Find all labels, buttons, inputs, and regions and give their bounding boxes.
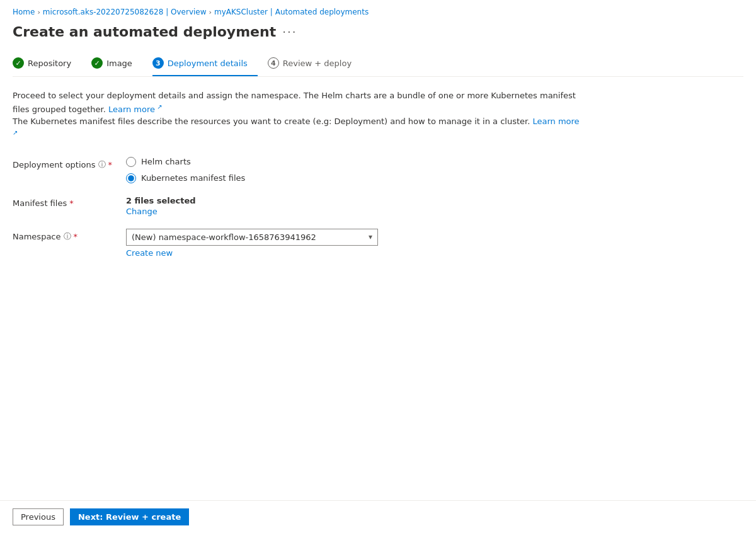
manifest-info: 2 files selected Change: [126, 196, 743, 216]
change-link[interactable]: Change: [126, 207, 743, 216]
learn-more-link-1[interactable]: Learn more ↗: [108, 105, 163, 114]
deployment-options-label: Deployment options ⓘ *: [13, 157, 113, 170]
namespace-control: (New) namespace-workflow-1658763941962 ▾…: [126, 229, 743, 258]
wizard-step-review[interactable]: 4 Review + deploy: [268, 52, 362, 76]
helm-charts-label: Helm charts: [141, 157, 191, 166]
deployment-options-control: Helm charts Kubernetes manifest files: [126, 157, 743, 183]
namespace-value: (New) namespace-workflow-1658763941962: [132, 232, 316, 242]
namespace-info-icon[interactable]: ⓘ: [64, 231, 71, 242]
form-section: Deployment options ⓘ * Helm charts Kuber…: [13, 157, 743, 258]
breadcrumb-sep-2: ›: [209, 8, 212, 16]
dropdown-arrow-icon: ▾: [369, 232, 372, 241]
manifest-files-row: Manifest files * 2 files selected Change: [13, 196, 743, 216]
breadcrumb-sep-1: ›: [37, 8, 40, 16]
footer: Previous Next: Review + create: [0, 500, 756, 533]
breadcrumb-home[interactable]: Home: [13, 8, 35, 16]
manifest-selected-text: 2 files selected: [126, 196, 743, 205]
step-1-checkmark: [15, 59, 21, 67]
step-4-number: 4: [271, 59, 276, 67]
manifest-files-control: 2 files selected Change: [126, 196, 743, 216]
page-title: Create an automated deployment: [13, 24, 276, 40]
breadcrumb-aks[interactable]: microsoft.aks-20220725082628 | Overview: [43, 8, 207, 16]
manifest-files-required: *: [69, 198, 74, 208]
more-options-icon[interactable]: ···: [282, 25, 297, 38]
radio-group-deployment: Helm charts Kubernetes manifest files: [126, 157, 743, 183]
step-1-circle: [13, 57, 24, 69]
wizard-step-deployment-details[interactable]: 3 Deployment details: [152, 52, 258, 76]
wizard-step-repository[interactable]: Repository: [13, 52, 81, 76]
breadcrumb: Home › microsoft.aks-20220725082628 | Ov…: [13, 8, 743, 16]
step-2-checkmark: [94, 59, 100, 67]
step-3-label: Deployment details: [168, 59, 248, 68]
step-1-label: Repository: [28, 59, 71, 68]
helm-charts-radio[interactable]: [126, 157, 136, 167]
radio-item-kubernetes[interactable]: Kubernetes manifest files: [126, 173, 743, 183]
ext-link-icon-2: ↗: [13, 129, 18, 136]
description-line2: The Kubernetes manifest files describe t…: [13, 117, 530, 126]
breadcrumb-cluster[interactable]: myAKSCluster | Automated deployments: [214, 8, 369, 16]
step-2-label: Image: [106, 59, 132, 68]
page-header: Create an automated deployment ···: [13, 24, 743, 40]
step-2-circle: [91, 57, 103, 69]
next-button[interactable]: Next: Review + create: [70, 508, 189, 525]
description-text: Proceed to select your deployment detail…: [13, 89, 580, 142]
deployment-options-info-icon[interactable]: ⓘ: [98, 159, 106, 170]
radio-item-helm[interactable]: Helm charts: [126, 157, 743, 167]
wizard-steps: Repository Image 3 Deployment details 4 …: [13, 52, 743, 77]
ext-link-icon-1: ↗: [155, 103, 163, 110]
namespace-label: Namespace ⓘ *: [13, 229, 113, 242]
step-4-circle: 4: [268, 57, 279, 69]
kubernetes-manifest-radio[interactable]: [126, 173, 136, 183]
step-3-circle: 3: [152, 57, 164, 69]
manifest-files-label: Manifest files *: [13, 196, 113, 208]
deployment-options-required: *: [108, 160, 113, 169]
kubernetes-manifest-label: Kubernetes manifest files: [141, 173, 245, 183]
wizard-step-image[interactable]: Image: [91, 52, 142, 76]
namespace-dropdown[interactable]: (New) namespace-workflow-1658763941962 ▾: [126, 229, 378, 246]
deployment-options-row: Deployment options ⓘ * Helm charts Kuber…: [13, 157, 743, 183]
namespace-row: Namespace ⓘ * (New) namespace-workflow-1…: [13, 229, 743, 258]
namespace-required: *: [74, 232, 78, 241]
step-3-number: 3: [156, 59, 161, 67]
description-line1: Proceed to select your deployment detail…: [13, 91, 576, 114]
step-4-label: Review + deploy: [283, 59, 352, 68]
previous-button[interactable]: Previous: [13, 508, 64, 525]
create-new-link[interactable]: Create new: [126, 248, 173, 258]
